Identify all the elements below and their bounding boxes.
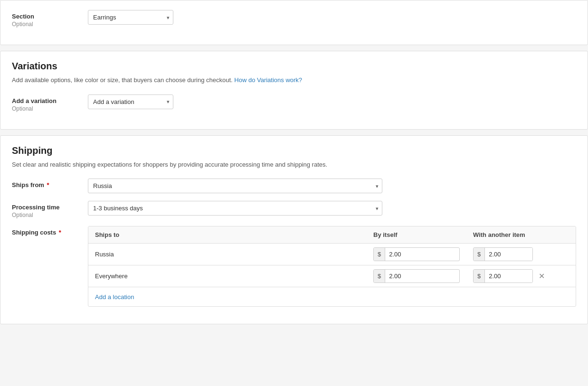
col-header-with-another: With another item	[466, 226, 576, 243]
shipping-costs-control: Ships to By itself With another item Rus…	[88, 226, 576, 307]
row-by-itself-everywhere: $	[367, 265, 466, 287]
price-input-everywhere-by-itself[interactable]	[385, 270, 433, 282]
price-input-everywhere-with-another[interactable]	[485, 270, 532, 282]
add-location-row: Add a location	[88, 287, 576, 306]
col-header-ships-to: Ships to	[88, 226, 367, 243]
add-variation-select-wrapper: Add a variation Color Size Material ▾	[88, 94, 173, 109]
processing-time-select-wrapper: 1-3 business days 1-5 business days 1-2 …	[88, 201, 382, 216]
ships-from-control: Russia United States United Kingdom Germ…	[88, 179, 576, 193]
processing-time-label-title: Processing time	[12, 204, 88, 211]
variations-help-link[interactable]: How do Variations work?	[234, 76, 302, 84]
section-select[interactable]: Earrings Necklaces Bracelets Rings	[88, 10, 173, 25]
section-field-row: Section Optional Earrings Necklaces Brac…	[12, 10, 576, 28]
add-variation-label: Add a variation Optional	[12, 94, 88, 112]
currency-symbol-1: $	[374, 248, 385, 261]
processing-time-control: 1-3 business days 1-5 business days 1-2 …	[88, 201, 576, 216]
add-location-link[interactable]: Add a location	[95, 293, 134, 301]
section-label: Section Optional	[12, 10, 88, 28]
price-input-russia-by-itself[interactable]	[385, 248, 433, 261]
add-variation-select[interactable]: Add a variation Color Size Material	[88, 94, 173, 109]
price-input-russia-with-another[interactable]	[485, 248, 532, 261]
delete-everywhere-button[interactable]: ✕	[537, 271, 547, 282]
add-variation-control: Add a variation Color Size Material ▾	[88, 94, 576, 109]
shipping-costs-required-icon: *	[57, 229, 61, 236]
price-input-by-itself-everywhere: $	[373, 269, 460, 283]
table-row: Russia $ $	[88, 244, 576, 265]
variations-desc: Add available options, like color or siz…	[12, 75, 576, 85]
variations-title: Variations	[12, 61, 576, 72]
shipping-title: Shipping	[12, 145, 576, 156]
table-row: Everywhere $ $	[88, 265, 576, 287]
processing-time-select[interactable]: 1-3 business days 1-5 business days 1-2 …	[88, 201, 382, 216]
price-input-with-another-russia: $	[473, 247, 533, 261]
price-input-with-another-everywhere: $	[473, 269, 533, 283]
processing-time-label-sub: Optional	[12, 212, 88, 218]
col-header-by-itself: By itself	[367, 226, 466, 243]
row-by-itself-russia: $	[367, 244, 466, 265]
ships-from-select[interactable]: Russia United States United Kingdom Germ…	[88, 179, 382, 193]
ships-from-field-row: Ships from * Russia United States United…	[12, 179, 576, 193]
row-destination-everywhere: Everywhere	[88, 268, 367, 284]
shipping-costs-field-row: Shipping costs * Ships to By itself With…	[12, 226, 576, 307]
row-with-another-russia: $	[466, 244, 576, 265]
price-input-by-itself-russia: $	[373, 247, 460, 261]
shipping-card: Shipping Set clear and realistic shippin…	[0, 135, 588, 325]
add-variation-field-row: Add a variation Optional Add a variation…	[12, 94, 576, 112]
variations-desc-text: Add available options, like color or siz…	[12, 76, 233, 84]
currency-symbol-2: $	[474, 248, 485, 261]
processing-time-field-row: Processing time Optional 1-3 business da…	[12, 201, 576, 218]
ships-from-required-icon: *	[45, 181, 49, 188]
shipping-costs-label: Shipping costs *	[12, 226, 88, 236]
shipping-costs-label-title: Shipping costs *	[12, 229, 88, 236]
currency-symbol-3: $	[374, 270, 385, 282]
ships-from-select-wrapper: Russia United States United Kingdom Germ…	[88, 179, 382, 193]
add-variation-label-title: Add a variation	[12, 97, 88, 104]
variations-card: Variations Add available options, like c…	[0, 51, 588, 130]
add-variation-label-sub: Optional	[12, 105, 88, 112]
shipping-table-header: Ships to By itself With another item	[88, 226, 576, 244]
ships-from-label: Ships from *	[12, 179, 88, 188]
section-label-title: Section	[12, 13, 88, 20]
currency-symbol-4: $	[474, 270, 485, 282]
row-with-another-everywhere: $ ✕	[466, 265, 576, 287]
shipping-costs-table: Ships to By itself With another item Rus…	[88, 226, 576, 307]
row-destination-russia: Russia	[88, 246, 367, 263]
processing-time-label: Processing time Optional	[12, 201, 88, 218]
shipping-desc: Set clear and realistic shipping expecta…	[12, 160, 576, 169]
ships-from-label-title: Ships from *	[12, 181, 88, 188]
section-label-sub: Optional	[12, 21, 88, 28]
section-select-wrapper: Earrings Necklaces Bracelets Rings ▾	[88, 10, 173, 25]
section-control: Earrings Necklaces Bracelets Rings ▾	[88, 10, 576, 25]
section-card: Section Optional Earrings Necklaces Brac…	[0, 0, 588, 45]
